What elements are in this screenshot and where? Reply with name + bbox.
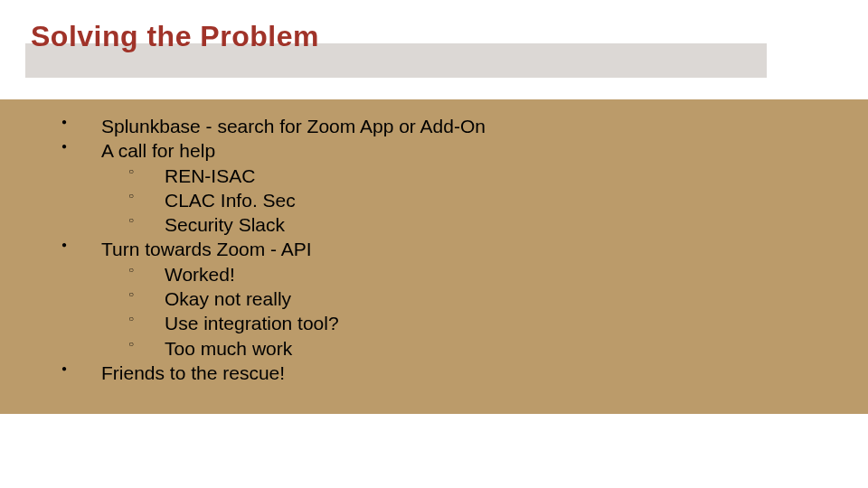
item-text: Turn towards Zoom - API bbox=[101, 239, 312, 259]
list-item: A call for help REN-ISAC CLAC Info. Sec … bbox=[45, 138, 832, 237]
item-text: Use integration tool? bbox=[165, 313, 339, 333]
list-item: Splunkbase - search for Zoom App or Add-… bbox=[45, 114, 832, 138]
list-item: Turn towards Zoom - API Worked! Okay not… bbox=[45, 237, 832, 360]
list-item: Security Slack bbox=[101, 212, 832, 237]
item-text: CLAC Info. Sec bbox=[165, 190, 296, 211]
slide: Solving the Problem Splunkbase - search … bbox=[0, 0, 868, 488]
list-item: Use integration tool? bbox=[101, 311, 832, 335]
item-text: A call for help bbox=[101, 140, 215, 161]
sub-list: REN-ISAC CLAC Info. Sec Security Slack bbox=[101, 164, 832, 238]
content-band: Splunkbase - search for Zoom App or Add-… bbox=[0, 99, 868, 414]
list-item: Okay not really bbox=[101, 286, 832, 311]
slide-title: Solving the Problem bbox=[31, 20, 319, 53]
list-item: Worked! bbox=[101, 262, 832, 286]
list-item: CLAC Info. Sec bbox=[101, 188, 832, 212]
bullet-list: Splunkbase - search for Zoom App or Add-… bbox=[45, 114, 832, 385]
item-text: Too much work bbox=[165, 338, 292, 359]
slide-content: Splunkbase - search for Zoom App or Add-… bbox=[45, 114, 832, 385]
item-text: Worked! bbox=[165, 264, 235, 285]
item-text: REN-ISAC bbox=[165, 165, 255, 186]
list-item: Friends to the rescue! bbox=[45, 361, 832, 385]
list-item: REN-ISAC bbox=[101, 164, 832, 188]
sub-list: Worked! Okay not really Use integration … bbox=[101, 262, 832, 361]
item-text: Friends to the rescue! bbox=[101, 362, 285, 383]
item-text: Okay not really bbox=[165, 288, 291, 309]
item-text: Security Slack bbox=[165, 214, 285, 235]
list-item: Too much work bbox=[101, 336, 832, 361]
item-text: Splunkbase - search for Zoom App or Add-… bbox=[101, 116, 486, 136]
